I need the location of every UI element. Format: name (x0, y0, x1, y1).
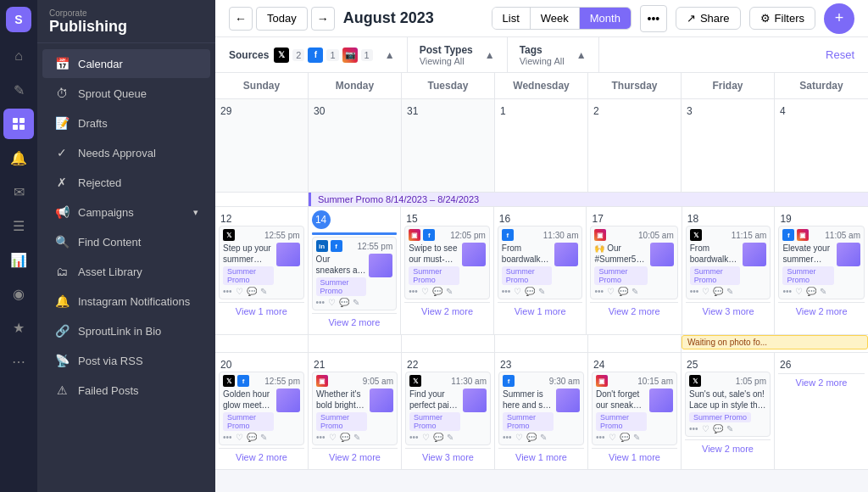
reset-button[interactable]: Reset (826, 48, 854, 61)
more-options-button[interactable]: ••• (640, 5, 667, 32)
comment-icon[interactable]: 💬 (247, 433, 257, 442)
share-button[interactable]: ↗ Share (676, 7, 741, 30)
sidebar-item-sprout-queue[interactable]: ⏱ Sprout Queue (42, 79, 210, 108)
view-more-14[interactable]: View 2 more (312, 313, 398, 331)
edit-icon[interactable]: ✎ (820, 287, 826, 296)
nav-icon-more[interactable]: ⋯ (3, 346, 34, 377)
edit-icon[interactable]: ✎ (446, 287, 453, 296)
like-icon[interactable]: ♡ (236, 287, 243, 296)
view-more-22[interactable]: View 3 more (405, 448, 491, 466)
list-view-button[interactable]: List (492, 8, 531, 29)
tags-chevron[interactable]: ▲ (576, 49, 587, 61)
comment-icon[interactable]: 💬 (433, 433, 443, 442)
more-icon[interactable]: ••• (316, 298, 326, 307)
like-icon[interactable]: ♡ (702, 424, 709, 433)
more-icon[interactable]: ••• (596, 433, 605, 442)
like-icon[interactable]: ♡ (422, 433, 430, 442)
comment-icon[interactable]: 💬 (713, 287, 723, 296)
comment-icon[interactable]: 💬 (806, 287, 816, 296)
like-icon[interactable]: ♡ (514, 287, 521, 296)
view-more-21[interactable]: View 2 more (312, 448, 398, 466)
view-more-18[interactable]: View 3 more (686, 302, 771, 320)
comment-icon[interactable]: 💬 (713, 424, 723, 433)
view-more-12[interactable]: View 1 more (219, 302, 304, 320)
nav-icon-tasks[interactable]: ☰ (3, 210, 34, 241)
nav-icon-advocacy[interactable]: ★ (3, 312, 34, 343)
comment-icon[interactable]: 💬 (339, 298, 349, 307)
view-more-19[interactable]: View 2 more (778, 302, 865, 320)
like-icon[interactable]: ♡ (329, 433, 337, 442)
comment-icon[interactable]: 💬 (618, 287, 628, 296)
edit-icon[interactable]: ✎ (540, 433, 547, 442)
view-more-20[interactable]: View 2 more (219, 448, 304, 466)
more-icon[interactable]: ••• (782, 287, 792, 296)
comment-icon[interactable]: 💬 (340, 433, 350, 442)
edit-icon[interactable]: ✎ (632, 287, 638, 296)
week-view-button[interactable]: Week (531, 8, 580, 29)
like-icon[interactable]: ♡ (609, 433, 616, 442)
edit-icon[interactable]: ✎ (353, 433, 360, 442)
nav-icon-inbox[interactable]: ✉ (3, 176, 34, 207)
like-icon[interactable]: ♡ (515, 433, 523, 442)
compose-button[interactable]: + (824, 3, 854, 34)
view-more-16[interactable]: View 1 more (498, 302, 583, 320)
sidebar-item-rejected[interactable]: ✗ Rejected (42, 168, 210, 197)
view-more-15[interactable]: View 2 more (404, 302, 490, 320)
comment-icon[interactable]: 💬 (247, 287, 257, 296)
today-button[interactable]: Today (256, 7, 308, 31)
post-types-chevron[interactable]: ▲ (485, 49, 495, 61)
like-icon[interactable]: ♡ (328, 298, 336, 307)
sidebar-item-asset-library[interactable]: 🗂 Asset Library (42, 257, 210, 286)
edit-icon[interactable]: ✎ (726, 287, 733, 296)
more-icon[interactable]: ••• (316, 433, 326, 442)
more-icon[interactable]: ••• (502, 287, 511, 296)
sidebar-item-failed-posts[interactable]: ⚠ Failed Posts (42, 376, 210, 405)
sidebar-item-calendar[interactable]: 📅 Calendar (42, 49, 210, 78)
sources-chevron[interactable]: ▲ (385, 49, 395, 61)
nav-icon-home[interactable]: ⌂ (3, 41, 34, 71)
more-icon[interactable]: ••• (690, 287, 699, 296)
view-more-26[interactable]: View 2 more (778, 373, 865, 391)
edit-icon[interactable]: ✎ (538, 287, 545, 296)
like-icon[interactable]: ♡ (702, 287, 709, 296)
more-icon[interactable]: ••• (503, 433, 512, 442)
edit-icon[interactable]: ✎ (726, 424, 733, 433)
view-more-17[interactable]: View 2 more (590, 302, 677, 320)
view-more-24[interactable]: View 1 more (592, 448, 677, 466)
edit-icon[interactable]: ✎ (353, 298, 359, 307)
sidebar-item-drafts[interactable]: 📝 Drafts (42, 109, 210, 137)
nav-icon-compose[interactable]: ✎ (3, 75, 34, 105)
edit-icon[interactable]: ✎ (260, 433, 267, 442)
edit-icon[interactable]: ✎ (447, 433, 453, 442)
calendar-scroll[interactable]: Sunday Monday Tuesday Wednesday Thursday… (215, 73, 868, 492)
view-more-25[interactable]: View 2 more (685, 439, 771, 457)
sidebar-item-post-via-rss[interactable]: 📡 Post via RSS (42, 346, 210, 375)
month-view-button[interactable]: Month (580, 8, 631, 29)
sidebar-item-campaigns[interactable]: 📢 Campaigns ▾ (42, 198, 210, 226)
comment-icon[interactable]: 💬 (525, 287, 535, 296)
more-icon[interactable]: ••• (409, 287, 418, 296)
more-icon[interactable]: ••• (223, 433, 232, 442)
sidebar-item-find-content[interactable]: 🔍 Find Content (42, 227, 210, 256)
nav-icon-analytics[interactable]: 📊 (3, 244, 34, 275)
next-button[interactable]: → (311, 7, 335, 31)
like-icon[interactable]: ♡ (236, 433, 243, 442)
filters-button[interactable]: ⚙ Filters (749, 7, 815, 30)
edit-icon[interactable]: ✎ (260, 287, 267, 296)
comment-icon[interactable]: 💬 (526, 433, 537, 442)
like-icon[interactable]: ♡ (607, 287, 615, 296)
more-icon[interactable]: ••• (409, 433, 419, 442)
edit-icon[interactable]: ✎ (633, 433, 640, 442)
prev-button[interactable]: ← (229, 7, 253, 31)
like-icon[interactable]: ♡ (795, 287, 803, 296)
more-icon[interactable]: ••• (689, 424, 698, 433)
sidebar-item-instagram-notifications[interactable]: 🔔 Instagram Notifications (42, 287, 210, 316)
comment-icon[interactable]: 💬 (620, 433, 630, 442)
comment-icon[interactable]: 💬 (432, 287, 442, 296)
nav-icon-bell[interactable]: 🔔 (3, 143, 34, 173)
sidebar-item-sproutlink[interactable]: 🔗 SproutLink in Bio (42, 316, 210, 345)
view-more-23[interactable]: View 1 more (498, 448, 584, 466)
more-icon[interactable]: ••• (223, 287, 232, 296)
nav-icon-publishing[interactable] (3, 109, 34, 139)
like-icon[interactable]: ♡ (421, 287, 429, 296)
